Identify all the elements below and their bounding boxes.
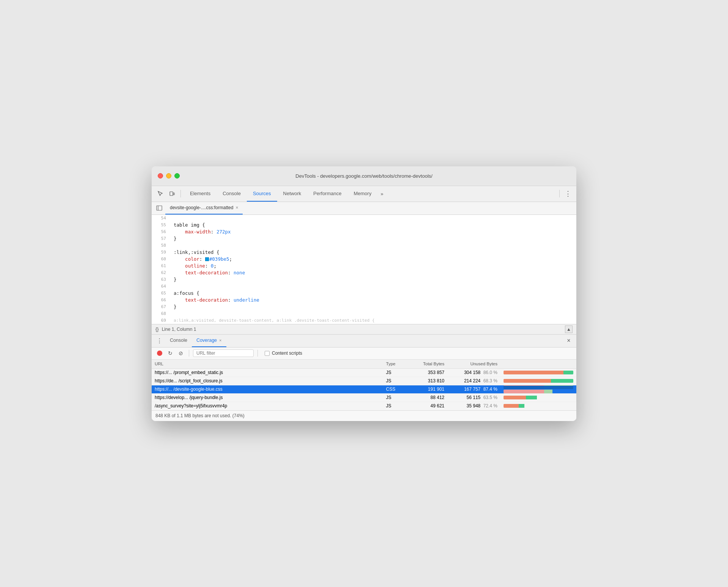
- devtools-window: DevTools - developers.google.com/web/too…: [152, 166, 576, 421]
- row-type: JS: [383, 395, 406, 400]
- table-row[interactable]: https://de... /script_foot_closure.js JS…: [152, 377, 576, 385]
- code-line-69: 69 a:link,a:visited, devsite-toast-conte…: [152, 317, 576, 324]
- row-total: 191 901: [406, 387, 447, 392]
- tab-console[interactable]: Console: [217, 186, 247, 202]
- row-bar: [500, 396, 576, 399]
- row-url: https://... /devsite-google-blue.css: [152, 387, 383, 392]
- device-icon[interactable]: [167, 188, 177, 199]
- tab-memory[interactable]: Memory: [348, 186, 378, 202]
- bottom-more-options[interactable]: ⋮: [155, 336, 164, 345]
- bar-used: [526, 396, 537, 399]
- record-dot-icon: [157, 351, 162, 356]
- coverage-tab-close[interactable]: ×: [219, 338, 221, 343]
- scroll-to-top-icon[interactable]: ▲: [565, 326, 573, 333]
- cov-divider: [189, 350, 189, 357]
- bar-unused-blue: [504, 385, 544, 386]
- table-row[interactable]: https://... /prompt_embed_static.js JS 3…: [152, 369, 576, 377]
- maximize-button[interactable]: [174, 173, 180, 178]
- window-title: DevTools - developers.google.com/web/too…: [295, 173, 432, 179]
- status-bar: {} Line 1, Column 1 ▲: [152, 324, 576, 335]
- url-filter-input[interactable]: [193, 349, 254, 357]
- row-total: 88 412: [406, 395, 447, 400]
- row-bar: [500, 404, 576, 408]
- table-row[interactable]: https://... /devsite-google-blue.css CSS…: [152, 385, 576, 394]
- code-line-61: 61 outline: 0;: [152, 263, 576, 269]
- usage-bar: [504, 404, 573, 408]
- tab-more[interactable]: »: [378, 186, 386, 202]
- bottom-toolbar: ⋮ Console Coverage × ×: [152, 335, 576, 348]
- code-line-66: 66 text-decoration: underline: [152, 297, 576, 304]
- usage-bar: [504, 379, 573, 383]
- sidebar-toggle-icon[interactable]: [155, 203, 164, 213]
- row-total: 353 857: [406, 370, 447, 375]
- code-line-57: 57 }: [152, 235, 576, 242]
- code-line-55: 55 table img {: [152, 222, 576, 229]
- content-scripts-checkbox[interactable]: [265, 351, 270, 356]
- row-unused: 304 158 86.0 %: [447, 370, 500, 375]
- row-unused: 167 757 87.4 %: [447, 387, 500, 392]
- tab-network[interactable]: Network: [277, 186, 308, 202]
- row-url: https://... /prompt_embed_static.js: [152, 370, 383, 375]
- tab-list: Elements Console Sources Network Perform…: [184, 186, 556, 202]
- code-line-68: 68: [152, 310, 576, 317]
- file-tab-bar: devsite-google-....css:formatted ×: [152, 202, 576, 215]
- tab-coverage[interactable]: Coverage ×: [192, 335, 226, 347]
- code-line-54: 54: [152, 215, 576, 222]
- code-line-63: 63 }: [152, 276, 576, 283]
- bottom-panel: ⋮ Console Coverage × × ↻ ⊘: [152, 335, 576, 421]
- row-unused: 56 115 63.5 %: [447, 395, 500, 400]
- more-options-button[interactable]: ⋮: [563, 188, 573, 199]
- code-line-64: 64: [152, 283, 576, 290]
- bar-unused: [504, 379, 551, 383]
- tab-sources[interactable]: Sources: [247, 186, 277, 202]
- inspect-icon[interactable]: [155, 188, 165, 199]
- coverage-toolbar: ↻ ⊘ Content scripts: [152, 348, 576, 360]
- minimize-button[interactable]: [166, 173, 171, 178]
- usage-bar: [504, 371, 573, 374]
- bar-unused: [504, 404, 519, 408]
- close-button[interactable]: [158, 173, 163, 178]
- table-row[interactable]: https://develop... /jquery-bundle.js JS …: [152, 394, 576, 402]
- traffic-lights: [158, 173, 180, 178]
- title-bar: DevTools - developers.google.com/web/too…: [152, 166, 576, 186]
- row-url: https://develop... /jquery-bundle.js: [152, 395, 383, 400]
- file-tab[interactable]: devsite-google-....css:formatted ×: [165, 202, 243, 214]
- tab-performance[interactable]: Performance: [307, 186, 347, 202]
- close-panel-button[interactable]: ×: [564, 336, 573, 345]
- code-editor[interactable]: 54 55 table img { 56 max-width: 272px 57: [152, 215, 576, 324]
- row-total: 313 810: [406, 378, 447, 384]
- bar-unused: [504, 371, 563, 374]
- svg-rect-1: [173, 193, 174, 195]
- content-scripts-label[interactable]: Content scripts: [265, 351, 302, 356]
- toolbar-divider-2: [559, 190, 560, 197]
- file-tab-name: devsite-google-....css:formatted: [170, 205, 233, 210]
- table-row[interactable]: /async_survey?site=ylj5ifxusvvmr4p JS 49…: [152, 402, 576, 410]
- usage-bar: [504, 385, 573, 389]
- svg-rect-0: [170, 192, 173, 196]
- refresh-button[interactable]: ↻: [166, 349, 174, 357]
- file-tab-close[interactable]: ×: [235, 205, 238, 210]
- row-unused: 35 948 72.4 %: [447, 403, 500, 409]
- tab-elements[interactable]: Elements: [184, 186, 217, 202]
- row-url: /async_survey?site=ylj5ifxusvvmr4p: [152, 403, 383, 409]
- table-header: URL Type Total Bytes Unused Bytes: [152, 360, 576, 369]
- bar-used: [551, 379, 573, 383]
- row-total: 49 621: [406, 403, 447, 409]
- record-button[interactable]: [155, 349, 164, 357]
- code-line-56: 56 max-width: 272px: [152, 229, 576, 235]
- top-toolbar: Elements Console Sources Network Perform…: [152, 186, 576, 202]
- row-bar: [500, 371, 576, 374]
- footer-text: 848 KB of 1.1 MB bytes are not used. (74…: [155, 413, 245, 418]
- row-url: https://de... /script_foot_closure.js: [152, 378, 383, 384]
- row-type: CSS: [383, 387, 406, 392]
- code-line-65: 65 a:focus {: [152, 290, 576, 297]
- cov-divider-2: [257, 350, 258, 357]
- code-line-67: 67 }: [152, 304, 576, 310]
- row-bar: [500, 385, 576, 393]
- toolbar-divider: [180, 190, 181, 197]
- header-url: URL: [152, 362, 383, 366]
- code-line-59: 59 :link,:visited {: [152, 249, 576, 256]
- pretty-print-icon[interactable]: {}: [155, 326, 159, 332]
- block-button[interactable]: ⊘: [177, 349, 185, 357]
- tab-console-bottom[interactable]: Console: [165, 335, 192, 347]
